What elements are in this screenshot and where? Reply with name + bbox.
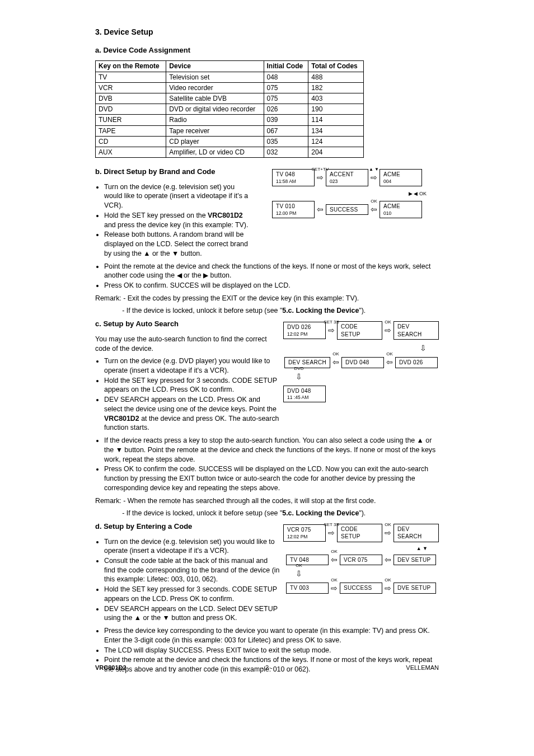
nav-arrows-icon: ▶ ◀ OK bbox=[409, 191, 427, 196]
nav-arrows-icon: ▲ ▼ bbox=[416, 546, 428, 551]
section-c-remark: Remark: - When the remote has searched t… bbox=[95, 496, 439, 506]
th-total: Total of Codes bbox=[308, 61, 364, 72]
footer-left: VRC801D2 bbox=[95, 664, 127, 672]
arrow-down-icon bbox=[419, 343, 428, 354]
list-item: Hold the SET key pressed for 3 seconds. … bbox=[104, 376, 280, 395]
list-item: Release both buttons. A random brand wil… bbox=[104, 230, 252, 258]
flow-c-box3: DEV SEARCH bbox=[394, 321, 439, 340]
flow-c-box2: CODE SETUP bbox=[337, 321, 382, 340]
table-cell: 124 bbox=[308, 136, 364, 147]
table-cell: Video recorder bbox=[166, 82, 264, 93]
flow-d-box6: DEV SETUP bbox=[394, 555, 436, 566]
flow-d-box7: TV 003 bbox=[286, 583, 329, 594]
table-cell: 048 bbox=[264, 72, 308, 82]
table-cell: TV bbox=[96, 72, 166, 82]
section-b-remark2: - If the device is locked, unlock it bef… bbox=[95, 306, 439, 316]
arrow-right-icon: SET 3S bbox=[327, 528, 336, 538]
flow-d-box1: VCR 07512:02 PM bbox=[283, 524, 326, 542]
arrow-left-icon: OK bbox=[330, 555, 339, 565]
flow-d-box4: TV 048 bbox=[286, 555, 329, 566]
section-a-heading: a. Device Code Assignment bbox=[95, 45, 439, 55]
arrow-left-icon bbox=[383, 555, 392, 565]
table-row: AUXAmplifier, LD or video CD032204 bbox=[96, 147, 364, 157]
table-cell: Tape receiver bbox=[166, 125, 264, 136]
table-cell: Television set bbox=[166, 72, 264, 82]
table-cell: TUNER bbox=[96, 115, 166, 125]
table-cell: VCR bbox=[96, 82, 166, 93]
footer-center: - 2 - bbox=[261, 664, 273, 672]
flow-b-box4: TV 01012.00 PM bbox=[272, 201, 315, 218]
footer-right: VELLEMAN bbox=[406, 664, 439, 672]
flow-d-box3: DEV SEARCH bbox=[394, 524, 439, 542]
section-b-remark: Remark: - Exit the codes by pressing the… bbox=[95, 294, 439, 303]
flow-c-box6: DVD 026 bbox=[395, 357, 438, 368]
table-cell: DVB bbox=[96, 93, 166, 104]
section-c-intro: You may use the auto-search function to … bbox=[95, 335, 280, 353]
table-cell: 134 bbox=[308, 125, 364, 136]
flow-d-box5: VCR 075 bbox=[340, 555, 382, 566]
table-row: TAPETape receiver067134 bbox=[96, 125, 364, 136]
section-d-heading: d. Setup by Entering a Code bbox=[95, 522, 280, 532]
table-cell: Amplifier, LD or video CD bbox=[166, 147, 264, 157]
table-row: VCRVideo recorder075182 bbox=[96, 82, 364, 93]
list-item: Consult the code table at the back of th… bbox=[104, 556, 280, 584]
table-cell: 403 bbox=[308, 93, 364, 104]
table-cell: DVD or digital video recorder bbox=[166, 104, 264, 115]
table-cell: 114 bbox=[308, 115, 364, 125]
footer: VRC801D2 - 2 - VELLEMAN bbox=[95, 664, 439, 672]
flow-c-box1: DVD 02612:02 PM bbox=[283, 322, 326, 339]
flow-c-box7: DVD 04811 :45 AM bbox=[283, 386, 326, 403]
th-dev: Device bbox=[166, 61, 264, 72]
table-cell: 075 bbox=[264, 82, 308, 93]
page-title: 3. Device Setup bbox=[95, 27, 439, 37]
table-cell: 204 bbox=[308, 147, 364, 157]
arrow-right-icon: OK bbox=[383, 325, 392, 336]
flow-d-box8: SUCCESS bbox=[340, 583, 382, 594]
table-row: CDCD player035124 bbox=[96, 136, 364, 147]
th-init: Initial Code bbox=[264, 61, 308, 72]
list-item: Press OK to confirm the code. SUCCESS wi… bbox=[104, 464, 439, 492]
arrow-right-icon: SET+TV bbox=[316, 172, 325, 183]
table-cell: DVD bbox=[96, 104, 166, 115]
flow-b-box2: ACCENT023 bbox=[326, 169, 368, 186]
arrow-left-icon: OK bbox=[369, 204, 378, 215]
flow-d-box9: DVE SETUP bbox=[394, 583, 436, 594]
flow-b-box5: SUCCESS bbox=[326, 204, 368, 215]
arrow-right-icon: SET 3S bbox=[327, 325, 336, 336]
arrow-left-icon bbox=[316, 204, 325, 215]
device-code-table: Key on the Remote Device Initial Code To… bbox=[95, 60, 364, 158]
table-cell: 026 bbox=[264, 104, 308, 115]
table-cell: CD player bbox=[166, 136, 264, 147]
table-row: TUNERRadio039114 bbox=[96, 115, 364, 125]
list-item: DEV SEARCH appears on the LCD. Select DE… bbox=[104, 604, 280, 623]
table-cell: CD bbox=[96, 136, 166, 147]
arrow-right-icon: OK bbox=[383, 528, 392, 538]
flow-b-box1: TV 04811:58 AM bbox=[272, 169, 315, 186]
arrow-right-icon: OK bbox=[330, 583, 339, 594]
table-cell: Radio bbox=[166, 115, 264, 125]
list-item: Hold the SET key pressed on the VRC801D2… bbox=[104, 211, 252, 229]
section-c-remark2: - If the device is locked, unlock it bef… bbox=[95, 509, 439, 518]
flow-d-box2: CODE SETUP bbox=[337, 524, 382, 542]
list-item: The LCD will display SUCCESS. Press EXIT… bbox=[104, 646, 439, 655]
table-cell: AUX bbox=[96, 147, 166, 157]
arrow-right-icon: ▲ ▼ bbox=[369, 172, 378, 183]
table-row: DVBSatellite cable DVB075403 bbox=[96, 93, 364, 104]
flow-c-box4: DEV SEARCH bbox=[284, 357, 330, 368]
arrow-down-icon: DVD bbox=[294, 372, 303, 382]
table-cell: TAPE bbox=[96, 125, 166, 136]
list-item: Turn on the device (e.g. DVD player) you… bbox=[104, 356, 280, 375]
flow-b-box3: ACME004 bbox=[380, 169, 422, 186]
table-row: DVDDVD or digital video recorder026190 bbox=[96, 104, 364, 115]
arrow-down-icon: OK bbox=[294, 569, 303, 579]
list-item: Press OK to confirm. SUCCES will be disp… bbox=[104, 281, 439, 290]
section-b-heading: b. Direct Setup by Brand and Code bbox=[95, 167, 252, 177]
list-item: If the device reacts press a key to stop… bbox=[104, 436, 439, 464]
table-cell: 182 bbox=[308, 82, 364, 93]
table-cell: 032 bbox=[264, 147, 308, 157]
flow-b-box6: ACME010 bbox=[380, 201, 422, 218]
list-item: DEV SEARCH appears on the LCD. Press OK … bbox=[104, 395, 280, 433]
list-item: Turn on the device (e.g. television set)… bbox=[104, 537, 280, 556]
flow-c-box5: DVD 048 bbox=[341, 357, 384, 368]
section-c-heading: c. Setup by Auto Search bbox=[95, 319, 280, 329]
